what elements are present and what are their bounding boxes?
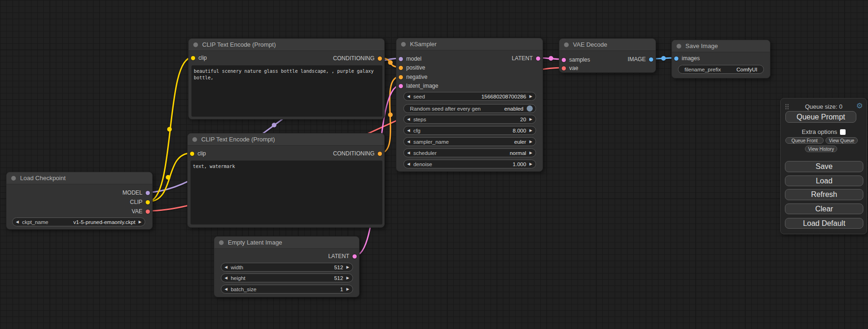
negative-input-port[interactable] [399,75,403,79]
load-button[interactable]: Load [785,175,863,186]
extra-options-checkbox[interactable] [840,129,846,135]
increment-arrow-icon[interactable] [526,151,536,155]
drag-handle-icon[interactable] [785,104,789,110]
node-graph-canvas[interactable]: Load Checkpoint MODEL CLIP VAE ckpt_name… [0,0,868,329]
refresh-button[interactable]: Refresh [785,189,863,200]
latent-image-input-port[interactable] [399,84,403,88]
sampler-name-widget[interactable]: sampler_name euler [403,137,536,146]
clear-button[interactable]: Clear [785,203,863,214]
widget-label: cfg [413,128,420,133]
vae-input-port[interactable] [562,66,566,70]
steps-widget[interactable]: steps 20 [403,115,536,124]
increment-arrow-icon[interactable] [526,162,536,166]
prompt-textarea[interactable]: beautiful scenery nature glass bottle la… [191,65,382,117]
collapse-dot-icon[interactable] [192,137,197,142]
node-load-checkpoint[interactable]: Load Checkpoint MODEL CLIP VAE ckpt_name… [6,172,153,230]
conditioning-output-port[interactable] [378,152,382,156]
latent-output-port[interactable] [353,254,357,259]
toggle-enabled-dot-icon[interactable] [527,105,533,112]
increment-arrow-icon[interactable] [526,95,536,98]
decrement-arrow-icon[interactable] [221,266,231,269]
node-title-bar[interactable]: CLIP Text Encode (Prompt) [189,39,384,51]
port-label: vae [569,65,578,71]
queue-front-button[interactable]: Queue Front [785,137,824,144]
output-latent: LATENT [512,54,540,63]
denoise-widget[interactable]: denoise 1.000 [403,160,536,168]
increment-arrow-icon[interactable] [343,266,353,269]
increment-arrow-icon[interactable] [343,287,353,291]
clip-input-port[interactable] [191,56,195,60]
decrement-arrow-icon[interactable] [221,276,231,280]
node-clip-text-encode-negative[interactable]: CLIP Text Encode (Prompt) clip CONDITION… [187,133,385,228]
model-input-port[interactable] [399,57,403,61]
vae-output-port[interactable] [146,210,150,214]
collapse-dot-icon[interactable] [401,42,406,47]
widget-value: 512 [334,265,343,270]
decrement-arrow-icon[interactable] [221,287,231,291]
node-title-bar[interactable]: VAE Decode [559,39,656,51]
samples-input-port[interactable] [562,58,566,62]
node-title-bar[interactable]: Load Checkpoint [7,172,152,184]
port-label: CONDITIONING [333,55,374,62]
load-default-button[interactable]: Load Default [785,218,863,229]
collapse-dot-icon[interactable] [219,240,224,245]
queue-prompt-button[interactable]: Queue Prompt [785,111,856,123]
port-label: latent_image [406,83,438,89]
widget-label: Random seed after every gen [410,106,481,112]
positive-input-port[interactable] [399,66,403,70]
node-title-bar[interactable]: CLIP Text Encode (Prompt) [188,133,384,146]
ckpt-name-widget[interactable]: ckpt_name v1-5-pruned-emaonly.ckpt [12,217,145,226]
conditioning-output-port[interactable] [378,56,382,61]
latent-output-port[interactable] [536,56,540,61]
node-title: Empty Latent Image [228,239,282,246]
random-seed-toggle[interactable]: Random seed after every gen enabled [403,104,536,113]
increment-arrow-icon[interactable] [526,140,536,144]
queue-panel-header: Queue size: 0 ⚙ [781,101,867,112]
node-title-bar[interactable]: Save Image [672,40,770,52]
node-title-bar[interactable]: KSampler [396,38,543,50]
width-widget[interactable]: width 512 [221,263,353,272]
port-label: LATENT [512,55,533,62]
collapse-dot-icon[interactable] [677,44,681,49]
seed-widget[interactable]: seed 156680208700286 [403,92,536,101]
decrement-arrow-icon[interactable] [404,118,413,121]
image-output-port[interactable] [649,57,653,62]
widget-label: sampler_name [413,139,449,145]
increment-arrow-icon[interactable] [526,118,536,121]
prompt-textarea[interactable]: text, watermark [191,161,382,224]
decrement-arrow-icon[interactable] [404,151,413,155]
node-ksampler[interactable]: KSampler model positive negative latent_… [396,38,543,172]
collapse-dot-icon[interactable] [564,42,569,47]
node-empty-latent-image[interactable]: Empty Latent Image LATENT width 512 heig… [214,236,360,297]
node-title-bar[interactable]: Empty Latent Image [214,237,359,249]
node-vae-decode[interactable]: VAE Decode samples vae IMAGE [559,38,656,73]
collapse-dot-icon[interactable] [193,42,198,47]
clip-input-port[interactable] [190,152,194,156]
cfg-widget[interactable]: cfg 8.000 [403,126,536,135]
scheduler-widget[interactable]: scheduler normal [403,148,536,157]
height-widget[interactable]: height 512 [221,273,353,282]
view-history-button[interactable]: View History [805,146,837,152]
model-output-port[interactable] [146,191,150,195]
gear-icon[interactable]: ⚙ [856,102,863,110]
increment-arrow-icon[interactable] [343,276,353,280]
save-button[interactable]: Save [785,161,863,172]
decrement-arrow-icon[interactable] [13,220,22,224]
batch-size-widget[interactable]: batch_size 1 [221,285,353,294]
decrement-arrow-icon[interactable] [404,95,413,98]
filename-prefix-widget[interactable]: filename_prefix ComfyUI [678,65,764,74]
collapse-dot-icon[interactable] [11,176,16,181]
images-input-port[interactable] [674,56,678,61]
increment-arrow-icon[interactable] [135,220,145,224]
output-image: IMAGE [628,55,653,63]
extra-options-row: Extra options [781,128,867,135]
decrement-arrow-icon[interactable] [404,140,413,144]
node-save-image[interactable]: Save Image images filename_prefix ComfyU… [671,40,770,78]
view-queue-button[interactable]: View Queue [826,137,858,144]
wire-midpoint-dot [167,127,172,132]
clip-output-port[interactable] [146,200,150,204]
decrement-arrow-icon[interactable] [404,129,413,133]
decrement-arrow-icon[interactable] [404,162,413,166]
increment-arrow-icon[interactable] [526,129,536,133]
node-clip-text-encode-positive[interactable]: CLIP Text Encode (Prompt) clip CONDITION… [188,38,385,119]
